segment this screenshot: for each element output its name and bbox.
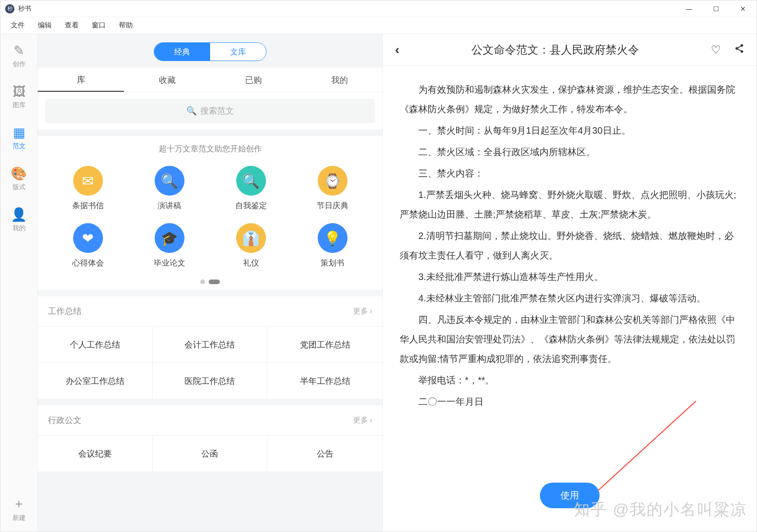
menu-window[interactable]: 窗口	[85, 19, 112, 32]
search-icon: 🔍	[186, 106, 197, 116]
paragraph: 为有效预防和遏制森林火灾发生，保护森林资源，维护生态安全。根据国务院《森林防火条…	[400, 80, 740, 119]
list-item[interactable]: 个人工作总结	[38, 326, 153, 362]
category-thesis[interactable]: 🎓毕业论文	[129, 223, 210, 268]
titlebar: 秒 秒书 — ☐ ✕	[0, 0, 757, 17]
share-button[interactable]	[731, 43, 747, 56]
plus-icon: +	[11, 496, 27, 512]
palette-icon: 🎨	[11, 165, 27, 181]
tab-mine[interactable]: 我的	[296, 68, 382, 92]
nav-new[interactable]: + 新建	[5, 496, 33, 522]
grid-icon: ▦	[11, 124, 27, 140]
paragraph: 举报电话：*，**。	[400, 370, 740, 390]
tab-library[interactable]: 库	[38, 68, 124, 92]
use-button[interactable]: 使用	[540, 483, 600, 508]
section-work-summary: 工作总结 更多› 个人工作总结 会计工作总结 党团工作总结 办公室工作总结 医院…	[38, 296, 382, 399]
svg-point-2	[741, 50, 743, 53]
category-etiquette[interactable]: 👔礼仪	[210, 223, 292, 268]
paragraph: 四、凡违反本令规定的，由林业主管部门和森林公安机关等部门严格依照《中华人民共和国…	[400, 310, 740, 368]
left-sidebar: ✎ 创作 🖼 图库 ▦ 范文 🎨 版式 👤 我的 + 新建	[0, 34, 38, 532]
paragraph: 1.严禁丢烟头火种、烧马蜂窝、野外烧火取暖、野炊、点火把照明、小孩玩火;严禁烧山…	[400, 185, 740, 224]
graduation-icon: 🎓	[155, 223, 184, 253]
pencil-icon: ✎	[11, 42, 27, 58]
list-item[interactable]: 会议纪要	[38, 435, 153, 471]
segment-library[interactable]: 文库	[210, 43, 266, 61]
magnifier-icon: 🔍	[155, 166, 184, 196]
menu-help[interactable]: 帮助	[112, 19, 139, 32]
svg-point-1	[736, 47, 738, 50]
dot-active-icon[interactable]	[209, 280, 220, 284]
segment-classic[interactable]: 经典	[154, 43, 210, 61]
article-header: ‹ 公文命令范文：县人民政府禁火令 ♡	[383, 34, 757, 66]
category-letters[interactable]: ✉条据书信	[47, 166, 129, 211]
back-button[interactable]: ‹	[392, 42, 402, 57]
paragraph: 一、禁火时间：从每年9月1日起至次年4月30日止。	[400, 121, 740, 140]
close-button[interactable]: ✕	[730, 0, 757, 17]
list-item[interactable]: 会计工作总结	[153, 326, 268, 362]
category-grid: ✉条据书信 🔍演讲稿 🔍自我鉴定 ⌚节日庆典 ❤心得体会 🎓毕业论文 👔礼仪 💡…	[38, 161, 382, 280]
section-official-docs: 行政公文 更多› 会议纪要 公函 公告	[38, 405, 382, 471]
tabs: 库 收藏 已购 我的	[38, 68, 382, 92]
pagination-dots	[38, 280, 382, 290]
menu-edit[interactable]: 编辑	[31, 19, 58, 32]
section-title: 行政公文	[48, 415, 82, 426]
dress-icon: 👔	[236, 223, 266, 253]
paragraph: 二〇一一年月日	[400, 392, 740, 411]
banner-text: 超十万文章范文助您开始创作	[38, 136, 382, 161]
nav-create-label: 创作	[13, 60, 26, 68]
minimize-button[interactable]: —	[675, 0, 702, 17]
article-title: 公文命令范文：县人民政府禁火令	[409, 42, 701, 57]
nav-create[interactable]: ✎ 创作	[5, 42, 33, 68]
dot-icon[interactable]	[200, 280, 205, 284]
segment-control: 经典 文库	[38, 34, 382, 68]
search-input[interactable]: 🔍 搜索范文	[45, 99, 375, 123]
paragraph: 三、禁火内容：	[400, 164, 740, 183]
favorite-button[interactable]: ♡	[708, 43, 724, 56]
category-festival[interactable]: ⌚节日庆典	[292, 166, 373, 211]
nav-gallery[interactable]: 🖼 图库	[5, 83, 33, 109]
svg-point-0	[741, 44, 743, 47]
nav-templates[interactable]: ▦ 范文	[5, 124, 33, 150]
app-icon: 秒	[5, 4, 14, 14]
heart-icon: ❤	[73, 223, 103, 253]
magnifier-icon: 🔍	[236, 166, 266, 196]
list-item[interactable]: 半年工作总结	[267, 362, 382, 399]
category-experience[interactable]: ❤心得体会	[47, 223, 129, 268]
paragraph: 4.未经林业主管部门批准严禁在禁火区内进行实弹演习、爆破等活动。	[400, 288, 740, 308]
menu-view[interactable]: 查看	[58, 19, 85, 32]
nav-mine[interactable]: 👤 我的	[5, 206, 33, 232]
paragraph: 2.清明节扫墓期间，禁止烧坟山。野外烧香、烧纸、烧蜡烛、燃放鞭炮时，必须有坟主责…	[400, 226, 740, 265]
window-controls: — ☐ ✕	[675, 0, 757, 17]
envelope-icon: ✉	[73, 166, 103, 196]
search-placeholder: 搜索范文	[200, 105, 234, 116]
list-item[interactable]: 党团工作总结	[267, 326, 382, 362]
paragraph: 3.未经批准严禁进行炼山造林等生产性用火。	[400, 267, 740, 286]
tab-favorites[interactable]: 收藏	[124, 68, 210, 92]
list-item[interactable]: 公函	[153, 435, 268, 471]
section-more-link[interactable]: 更多›	[353, 416, 372, 425]
chevron-right-icon: ›	[370, 307, 372, 315]
bulb-icon: 💡	[318, 223, 348, 253]
tab-purchased[interactable]: 已购	[210, 68, 296, 92]
nav-style[interactable]: 🎨 版式	[5, 165, 33, 191]
menubar: 文件 编辑 查看 窗口 帮助	[0, 17, 757, 34]
section-more-link[interactable]: 更多›	[353, 307, 372, 316]
category-self-eval[interactable]: 🔍自我鉴定	[210, 166, 292, 211]
section-title: 工作总结	[48, 306, 82, 317]
category-speech[interactable]: 🔍演讲稿	[129, 166, 210, 211]
list-item[interactable]: 医院工作总结	[153, 362, 268, 399]
chevron-right-icon: ›	[370, 416, 372, 424]
watch-icon: ⌚	[318, 166, 348, 196]
article-body[interactable]: 为有效预防和遏制森林火灾发生，保护森林资源，维护生态安全。根据国务院《森林防火条…	[383, 66, 757, 532]
nav-templates-label: 范文	[13, 142, 26, 150]
list-item[interactable]: 公告	[267, 435, 382, 471]
app-title: 秒书	[18, 5, 31, 13]
nav-gallery-label: 图库	[13, 101, 26, 109]
image-icon: 🖼	[11, 83, 27, 99]
nav-style-label: 版式	[13, 183, 26, 191]
menu-file[interactable]: 文件	[4, 19, 31, 32]
list-item[interactable]: 办公室工作总结	[38, 362, 153, 399]
category-plan[interactable]: 💡策划书	[292, 223, 373, 268]
nav-new-label: 新建	[13, 514, 26, 522]
maximize-button[interactable]: ☐	[702, 0, 730, 17]
person-icon: 👤	[11, 206, 27, 222]
